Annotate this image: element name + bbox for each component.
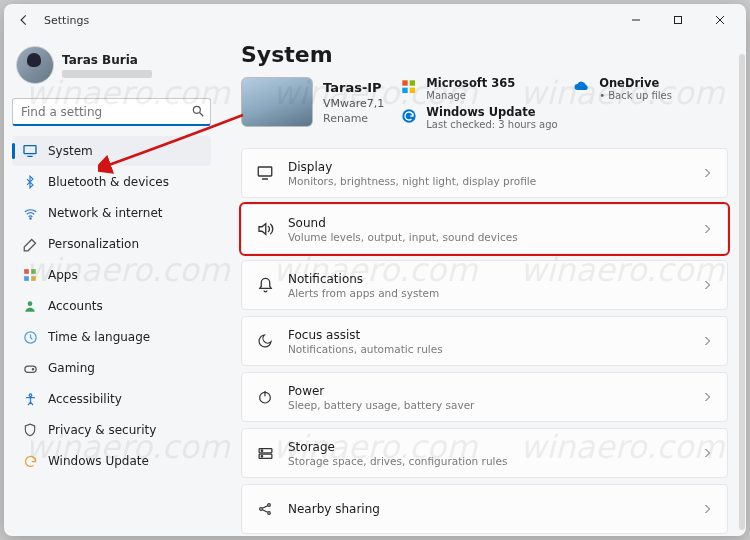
svg-rect-13	[24, 366, 35, 372]
onedrive-icon	[573, 78, 591, 96]
sound-icon	[256, 220, 274, 238]
nav: System Bluetooth & devices Network & int…	[12, 136, 211, 476]
minimize-button[interactable]	[616, 6, 656, 34]
row-title: Nearby sharing	[288, 502, 380, 516]
svg-point-31	[268, 512, 271, 515]
personalization-icon	[22, 236, 38, 252]
row-sub: Monitors, brightness, night light, displ…	[288, 175, 536, 187]
sidebar-item-apps[interactable]: Apps	[12, 260, 211, 290]
svg-rect-10	[31, 276, 36, 281]
nav-label: Network & internet	[48, 206, 163, 220]
back-button[interactable]	[14, 10, 34, 30]
time-icon	[22, 329, 38, 345]
row-display[interactable]: DisplayMonitors, brightness, night light…	[241, 148, 728, 198]
link-microsoft365[interactable]: Microsoft 365Manage	[400, 77, 555, 102]
accessibility-icon	[22, 391, 38, 407]
sidebar-item-network[interactable]: Network & internet	[12, 198, 211, 228]
nav-label: Apps	[48, 268, 78, 282]
search-icon	[191, 104, 205, 118]
chevron-right-icon	[701, 391, 713, 403]
bluetooth-icon	[22, 174, 38, 190]
link-sub: Manage	[426, 90, 515, 102]
search-box[interactable]	[12, 98, 211, 126]
link-windows-update[interactable]: Windows UpdateLast checked: 3 hours ago	[400, 106, 728, 131]
svg-rect-19	[410, 88, 415, 93]
link-sub: Last checked: 3 hours ago	[426, 119, 557, 131]
system-icon	[22, 143, 38, 159]
shield-icon	[22, 422, 38, 438]
network-icon	[22, 205, 38, 221]
sidebar-item-accounts[interactable]: Accounts	[12, 291, 211, 321]
nav-label: System	[48, 144, 93, 158]
quick-links: Microsoft 365Manage OneDrive• Back up fi…	[400, 77, 728, 130]
maximize-button[interactable]	[658, 6, 698, 34]
svg-rect-16	[403, 80, 408, 85]
chevron-right-icon	[701, 503, 713, 515]
row-title: Display	[288, 160, 536, 174]
svg-point-14	[32, 368, 33, 369]
pc-name: Taras-IP	[323, 80, 384, 95]
chevron-right-icon	[701, 223, 713, 235]
pc-thumbnail	[241, 77, 313, 127]
profile[interactable]: Taras Buria	[12, 42, 211, 94]
nav-label: Privacy & security	[48, 423, 156, 437]
link-title: Windows Update	[426, 106, 557, 119]
row-notifications[interactable]: NotificationsAlerts from apps and system	[241, 260, 728, 310]
moon-icon	[256, 332, 274, 350]
settings-list: DisplayMonitors, brightness, night light…	[241, 148, 728, 536]
nav-label: Bluetooth & devices	[48, 175, 169, 189]
svg-point-2	[193, 106, 200, 113]
row-sub: Storage space, drives, configuration rul…	[288, 455, 507, 467]
pc-card[interactable]: Taras-IP VMware7,1 Rename	[241, 77, 384, 127]
update-icon	[400, 107, 418, 125]
sidebar-item-time[interactable]: Time & language	[12, 322, 211, 352]
chevron-right-icon	[701, 447, 713, 459]
microsoft365-icon	[400, 78, 418, 96]
row-sub: Sleep, battery usage, battery saver	[288, 399, 474, 411]
profile-name: Taras Buria	[62, 53, 152, 67]
window-title: Settings	[44, 14, 89, 27]
accounts-icon	[22, 298, 38, 314]
row-sub: Volume levels, output, input, sound devi…	[288, 231, 518, 243]
row-title: Power	[288, 384, 474, 398]
svg-point-11	[28, 301, 33, 306]
svg-point-27	[261, 450, 262, 451]
sidebar-item-privacy[interactable]: Privacy & security	[12, 415, 211, 445]
nav-label: Time & language	[48, 330, 150, 344]
sidebar-item-windows-update[interactable]: Windows Update	[12, 446, 211, 476]
svg-rect-18	[403, 88, 408, 93]
search-input[interactable]	[12, 98, 211, 126]
svg-rect-1	[675, 17, 682, 24]
row-focus-assist[interactable]: Focus assistNotifications, automatic rul…	[241, 316, 728, 366]
sidebar-item-system[interactable]: System	[12, 136, 211, 166]
main-panel: System Taras-IP VMware7,1 Rename Microso…	[219, 36, 746, 536]
close-button[interactable]	[700, 6, 740, 34]
row-title: Storage	[288, 440, 507, 454]
row-nearby-sharing[interactable]: Nearby sharing	[241, 484, 728, 534]
sidebar-item-accessibility[interactable]: Accessibility	[12, 384, 211, 414]
row-sound[interactable]: SoundVolume levels, output, input, sound…	[241, 204, 728, 254]
svg-line-3	[200, 113, 204, 117]
nav-label: Personalization	[48, 237, 139, 251]
sidebar-item-gaming[interactable]: Gaming	[12, 353, 211, 383]
svg-rect-4	[24, 146, 36, 154]
storage-icon	[256, 444, 274, 462]
titlebar: Settings	[4, 4, 746, 36]
sidebar-item-bluetooth[interactable]: Bluetooth & devices	[12, 167, 211, 197]
scrollbar[interactable]	[739, 54, 745, 530]
nav-label: Accessibility	[48, 392, 122, 406]
update-icon	[22, 453, 38, 469]
chevron-right-icon	[701, 279, 713, 291]
row-power[interactable]: PowerSleep, battery usage, battery saver	[241, 372, 728, 422]
chevron-right-icon	[701, 167, 713, 179]
row-title: Focus assist	[288, 328, 443, 342]
row-storage[interactable]: StorageStorage space, drives, configurat…	[241, 428, 728, 478]
link-onedrive[interactable]: OneDrive• Back up files	[573, 77, 728, 102]
svg-point-30	[268, 504, 271, 507]
nav-label: Gaming	[48, 361, 95, 375]
sidebar-item-personalization[interactable]: Personalization	[12, 229, 211, 259]
pc-rename-link[interactable]: Rename	[323, 112, 384, 125]
chevron-right-icon	[701, 335, 713, 347]
gaming-icon	[22, 360, 38, 376]
settings-window: Settings Taras Buria	[4, 4, 746, 536]
